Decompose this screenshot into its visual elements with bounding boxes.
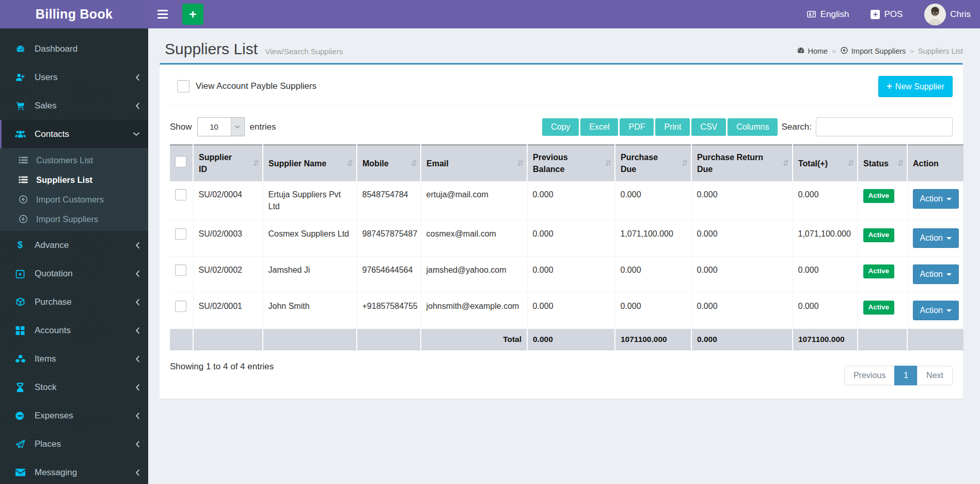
show-label: Show [170, 122, 192, 132]
sidebar-item-items[interactable]: Items [0, 345, 148, 373]
language-menu[interactable]: English [807, 9, 849, 20]
app-logo[interactable]: Billing Book [0, 0, 148, 28]
column-header-mobile[interactable]: Mobile⇵ [357, 145, 421, 182]
action-dropdown-button[interactable]: Action [913, 228, 959, 248]
sidebar-submenu: Customers ListSuppliers ListImport Custo… [0, 148, 148, 231]
breadcrumb-home[interactable]: Home [797, 46, 828, 56]
column-header-purchase-return-due[interactable]: Purchase Return Due⇵ [691, 145, 793, 182]
sort-icon: ⇵ [252, 158, 258, 169]
sidebar-item-users[interactable]: Users [0, 63, 148, 91]
export-csv-button[interactable]: CSV [691, 118, 726, 136]
cell-purchase-due: 0.000 [615, 181, 691, 220]
pagination-next-button[interactable]: Next [917, 366, 953, 385]
row-checkbox-cell [170, 257, 193, 293]
pagination-previous-button[interactable]: Previous [844, 366, 895, 385]
breadcrumb: Home>Import Suppliers>Suppliers List [797, 46, 963, 58]
cell-supplier-name: Ertuja Suppliers Pvt Ltd [263, 181, 357, 220]
column-label: Supplier Name [268, 159, 326, 168]
action-dropdown-button[interactable]: Action [913, 189, 959, 209]
action-dropdown-button[interactable]: Action [913, 264, 959, 284]
sidebar-item-accounts[interactable]: Accounts [0, 316, 148, 345]
export-excel-button[interactable]: Excel [580, 118, 618, 136]
cell-email: jamshed@yahoo.com [421, 257, 527, 293]
sidebar-item-sales[interactable]: Sales [0, 91, 148, 120]
column-header-supplier-id[interactable]: Supplier ID⇵ [193, 145, 263, 182]
sidebar-item-stock[interactable]: Stock [0, 373, 148, 401]
language-label: English [820, 9, 849, 20]
column-label: Email [426, 159, 449, 168]
sidebar-item-messaging[interactable]: Messaging [0, 458, 148, 484]
sidebar-item-advance[interactable]: $Advance [0, 231, 148, 259]
sidebar-item-contacts[interactable]: Contacts [0, 120, 148, 148]
list-icon [18, 157, 29, 164]
column-header-total[interactable]: Total(+)⇵ [793, 145, 858, 182]
breadcrumb-separator: > [832, 48, 836, 55]
list-icon [18, 176, 29, 184]
sidebar-item-label: Users [35, 72, 57, 83]
sidebar-item-expenses[interactable]: Expenses [0, 401, 148, 430]
new-supplier-button[interactable]: +New Supplier [878, 76, 953, 97]
sidebar-item-purchase[interactable]: Purchase [0, 288, 148, 316]
export-print-button[interactable]: Print [655, 118, 690, 136]
table-row: SU/02/0003Cosmex Suppliers Ltd9874578754… [170, 221, 963, 257]
chevron-left-icon [135, 270, 140, 277]
row-checkbox-cell [170, 221, 193, 257]
total-purchase-due: 1071100.000 [615, 329, 691, 350]
select-all-checkbox[interactable] [175, 156, 186, 167]
cell-action: Action [907, 293, 963, 329]
total-amount: 1071100.000 [793, 329, 858, 350]
breadcrumb-import-suppliers[interactable]: Import Suppliers [840, 46, 906, 56]
column-header-purchase-due[interactable]: Purchase Due⇵ [615, 145, 691, 182]
sidebar-subitem-import-suppliers[interactable]: Import Suppliers [0, 209, 148, 229]
quick-add-button[interactable]: + [182, 4, 203, 25]
entries-label: entries [250, 122, 276, 132]
column-label: Total(+) [798, 159, 828, 168]
export-copy-button[interactable]: Copy [542, 118, 579, 136]
sidebar-item-quotation[interactable]: Quotation [0, 259, 148, 288]
top-navbar: Billing Book + English + POS [0, 0, 980, 28]
cell-status: Active [858, 257, 907, 293]
cell-mobile: 987457875487 [357, 221, 421, 257]
payable-filter-label: View Account Payble Suppliers [196, 81, 317, 91]
plus-icon: + [887, 81, 892, 92]
cell-purchase-return-due: 0.000 [691, 293, 793, 329]
import-icon [18, 214, 29, 224]
cell-email: ertuja@mail.com [421, 181, 527, 220]
sort-icon: ⇵ [782, 158, 788, 169]
language-icon [807, 10, 816, 19]
search-input[interactable] [816, 117, 953, 136]
breadcrumb-separator: > [910, 48, 914, 55]
cell-total: 1,071,100.000 [793, 221, 858, 257]
sidebar-toggle-icon[interactable] [157, 10, 171, 19]
column-header-supplier-name[interactable]: Supplier Name⇵ [263, 145, 357, 182]
sidebar-item-label: Dashboard [35, 44, 77, 54]
cell-purchase-due: 0.000 [615, 257, 691, 293]
suppliers-table: Supplier ID⇵Supplier Name⇵Mobile⇵Email⇵P… [170, 145, 963, 350]
user-menu[interactable]: Chris [924, 4, 971, 25]
sidebar-item-places[interactable]: Places [0, 430, 148, 458]
pagination-page-1[interactable]: 1 [894, 366, 918, 385]
cell-supplier-name: Cosmex Suppliers Ltd [263, 221, 357, 257]
sidebar-subitem-customers-list[interactable]: Customers List [0, 150, 148, 170]
row-checkbox[interactable] [175, 301, 186, 312]
export-columns-button[interactable]: Columns [728, 118, 778, 136]
sidebar-subitem-import-customers[interactable]: Import Customers [0, 190, 148, 209]
row-checkbox[interactable] [175, 228, 186, 240]
sidebar-subitem-suppliers-list[interactable]: Suppliers List [0, 170, 148, 190]
footer-empty-cell [858, 329, 907, 350]
row-checkbox[interactable] [175, 264, 186, 276]
row-checkbox-cell [170, 181, 193, 220]
column-header-email[interactable]: Email⇵ [421, 145, 527, 182]
action-dropdown-button[interactable]: Action [913, 301, 959, 320]
column-header-previous-balance[interactable]: Previous Balance⇵ [527, 145, 615, 182]
pos-menu[interactable]: + POS [871, 9, 903, 20]
column-label: Purchase Return Due [697, 153, 763, 174]
row-checkbox[interactable] [175, 189, 186, 200]
payable-filter-checkbox[interactable] [177, 80, 189, 92]
sidebar-item-dashboard[interactable]: Dashboard [0, 35, 148, 63]
breadcrumb-label: Suppliers List [918, 47, 963, 55]
column-header-status[interactable]: Status⇵ [858, 145, 907, 182]
page-subtitle: View/Search Suppliers [265, 47, 343, 56]
export-pdf-button[interactable]: PDF [620, 118, 654, 136]
page-length-select[interactable]: 10 [197, 117, 245, 136]
